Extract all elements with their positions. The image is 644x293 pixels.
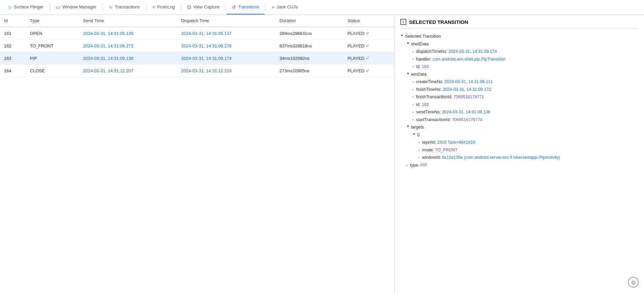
tab-view-capture[interactable]: ⊡ View Capture <box>182 0 225 14</box>
cell-send-time: 2024-03-31, 14:31:12.207 <box>79 65 177 77</box>
check-icon: ✓ <box>366 68 370 73</box>
check-icon: ✓ <box>366 56 370 61</box>
check-icon: ✓ <box>366 31 370 36</box>
cell-send-time: 2024-03-31, 14:31:05.135 <box>79 27 177 40</box>
tree-root: ▼ Selected Transition ▼ shellData • <box>400 33 639 169</box>
cell-dispatch-time: 2024-03-31, 14:31:12.210 <box>177 65 275 77</box>
tab-surface-flinger[interactable]: ◇ Surface Flinger <box>3 0 49 14</box>
tree-wm-data: ▼ wmData • createTimeNs: 2024-03-31, 14:… <box>406 71 639 124</box>
tree-targets: ▼ targets ▼ 0 <box>406 123 639 161</box>
cell-id: 162 <box>0 40 26 52</box>
target-mode: • mode: TO_FRONT <box>418 146 639 154</box>
cell-send-time: 2024-03-31, 14:31:08.272 <box>79 40 177 52</box>
tree-type: • type: PIP <box>406 161 639 169</box>
tab-separator <box>49 3 50 11</box>
table-row[interactable]: 164 CLOSE 2024-03-31, 14:31:12.207 2024-… <box>0 65 395 77</box>
tab-jank-cujs[interactable]: ● Jank CUJs <box>266 0 303 14</box>
panel-header-icon: I <box>400 19 406 25</box>
tree-toggle-shell[interactable]: ▼ <box>406 40 410 46</box>
transitions-icon: ↺ <box>232 4 236 10</box>
tab-separator-3 <box>146 3 146 11</box>
table-header-row: Id Type Send Time Dispatch Time Duration… <box>0 15 395 27</box>
col-header-id: Id <box>0 15 26 27</box>
col-header-type: Type <box>26 15 79 27</box>
surface-flinger-icon: ◇ <box>8 4 12 10</box>
status-text: PLAYED <box>347 31 364 36</box>
bottom-right-button[interactable]: ⊙ <box>628 277 639 288</box>
main-content: Id Type Send Time Dispatch Time Duration… <box>0 15 644 293</box>
table-area: Id Type Send Time Dispatch Time Duration… <box>0 15 395 293</box>
cell-id: 164 <box>0 65 26 77</box>
tab-transitions[interactable]: ↺ Transitions <box>227 0 265 14</box>
tree-root-children: ▼ shellData • dispatchTimeNs: 2024-03-31… <box>400 40 639 169</box>
cell-id: 161 <box>0 27 26 40</box>
tree-toggle-root[interactable]: ▼ <box>400 33 404 39</box>
panel-tree: ▼ Selected Transition ▼ shellData • <box>400 33 639 169</box>
cell-type: OPEN <box>26 27 79 40</box>
status-text: PLAYED <box>347 56 364 61</box>
wm-id: • id: 163 <box>412 101 639 109</box>
view-capture-icon: ⊡ <box>187 4 191 10</box>
table-row[interactable]: 162 TO_FRONT 2024-03-31, 14:31:08.272 20… <box>0 40 395 52</box>
tree-toggle-targets[interactable]: ▼ <box>406 123 410 130</box>
window-manager-icon: ▭ <box>56 4 60 10</box>
tab-separator-2 <box>102 3 103 11</box>
shell-handler: • handler: com.android.wm.shell.pip.PipT… <box>412 56 639 63</box>
cell-duration: 34ms102092ns <box>275 52 343 65</box>
shell-id: • id: 163 <box>412 63 639 71</box>
cell-id: 163 <box>0 52 26 65</box>
cell-dispatch-time: 2024-03-31, 14:31:05.137 <box>177 27 275 40</box>
target-window-id: • windowId: 0x12e135e (com.android.serve… <box>418 154 639 161</box>
tab-transactions[interactable]: ∿ Transactions <box>103 0 145 14</box>
col-header-send-time: Send Time <box>79 15 177 27</box>
tree-target-0: ▼ 0 • layerId: 1910 Task=46#1910 <box>412 131 639 161</box>
col-header-dispatch-time: Dispatch Time <box>177 15 275 27</box>
tree-shell-data: ▼ shellData • dispatchTimeNs: 2024-03-31… <box>406 40 639 71</box>
bottom-btn-icon: ⊙ <box>631 279 636 286</box>
tree-toggle-wm[interactable]: ▼ <box>406 71 410 77</box>
wm-finish-time: • finishTimeNs: 2024-03-31, 14:31:09.172 <box>412 86 639 94</box>
col-header-duration: Duration <box>275 15 343 27</box>
shell-data-children: • dispatchTimeNs: 2024-03-31, 14:31:09.1… <box>406 48 639 71</box>
cell-status: PLAYED ✓ <box>343 65 395 77</box>
proto-log-icon: ≡ <box>152 4 155 10</box>
wm-start-transaction-id: • startTransactionId: 7069516179770 <box>412 116 639 124</box>
cell-status: PLAYED ✓ <box>343 27 395 40</box>
wm-send-time: • sendTimeNs: 2024-03-31, 14:31:09.138 <box>412 108 639 116</box>
shell-data-label: shellData <box>411 40 429 48</box>
cell-dispatch-time: 2024-03-31, 14:31:09.174 <box>177 52 275 65</box>
panel-header: I SELECTED TRANSITION <box>400 19 639 29</box>
cell-status: PLAYED ✓ <box>343 52 395 65</box>
status-text: PLAYED <box>347 68 364 73</box>
right-panel: I SELECTED TRANSITION ▼ Selected Transit… <box>395 15 644 293</box>
cell-type: PIP <box>26 52 79 65</box>
cell-type: CLOSE <box>26 65 79 77</box>
panel-title: SELECTED TRANSITION <box>409 19 468 25</box>
wm-create-time: • createTimeNs: 2024-03-31, 14:31:09.111 <box>412 78 639 86</box>
tab-window-manager[interactable]: ▭ Window Manager <box>50 0 102 14</box>
cell-duration: 273ms10905ns <box>275 65 343 77</box>
cell-duration: 289ms296631ns <box>275 27 343 40</box>
cell-type: TO_FRONT <box>26 40 79 52</box>
shell-dispatch-time: • dispatchTimeNs: 2024-03-31, 14:31:09.1… <box>412 48 639 56</box>
jank-cujs-icon: ● <box>272 4 274 10</box>
target-0-children: • layerId: 1910 Task=46#1910 • mode: TO_… <box>412 139 639 161</box>
tree-toggle-target-0[interactable]: ▼ <box>412 131 416 137</box>
wm-finish-transaction-id: • finishTransactionId: 7069516179771 <box>412 93 639 101</box>
transitions-table: Id Type Send Time Dispatch Time Duration… <box>0 15 395 77</box>
cell-duration: 837ms328818ns <box>275 40 343 52</box>
tab-bar: ◇ Surface Flinger ▭ Window Manager ∿ Tra… <box>0 0 644 15</box>
tab-separator-4 <box>181 3 181 11</box>
tab-proto-log[interactable]: ≡ ProtoLog <box>147 0 180 14</box>
transactions-icon: ∿ <box>109 4 113 10</box>
tree-root-label: Selected Transition <box>405 33 441 40</box>
table-row[interactable]: 161 OPEN 2024-03-31, 14:31:05.135 2024-0… <box>0 27 395 40</box>
targets-label: targets <box>411 123 424 131</box>
targets-children: ▼ 0 • layerId: 1910 Task=46#1910 <box>406 131 639 161</box>
tab-separator-6 <box>265 3 266 11</box>
cell-send-time: 2024-03-31, 14:31:09.138 <box>79 52 177 65</box>
wm-data-children: • createTimeNs: 2024-03-31, 14:31:09.111… <box>406 78 639 123</box>
cell-status: PLAYED ✓ <box>343 40 395 52</box>
table-row[interactable]: 163 PIP 2024-03-31, 14:31:09.138 2024-03… <box>0 52 395 65</box>
cell-dispatch-time: 2024-03-31, 14:31:08.276 <box>177 40 275 52</box>
